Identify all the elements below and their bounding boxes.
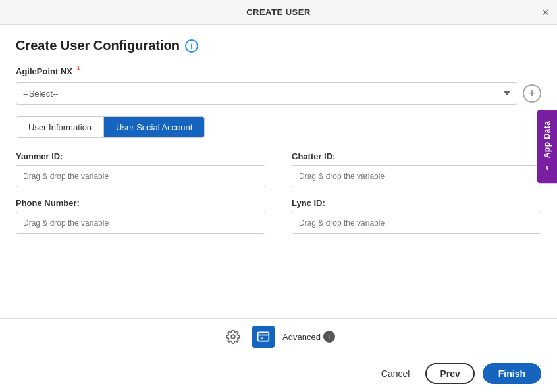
cancel-button[interactable]: Cancel (373, 364, 418, 383)
chatter-id-group: Chatter ID: (292, 151, 541, 187)
card-icon[interactable] (252, 326, 275, 348)
yammer-id-group: Yammer ID: (16, 151, 265, 187)
tab-group: User Information User Social Account (16, 116, 205, 138)
svg-point-0 (231, 335, 235, 339)
prev-button[interactable]: Prev (425, 363, 474, 384)
phone-number-input[interactable] (16, 212, 265, 234)
tab-user-social-account[interactable]: User Social Account (104, 117, 204, 137)
app-data-tab[interactable]: ‹ App Data (537, 110, 557, 184)
agilepoint-label-row: AgilePoint NX * (16, 65, 541, 77)
yammer-id-label: Yammer ID: (16, 151, 265, 161)
lync-id-label: Lync ID: (292, 198, 541, 208)
finish-button[interactable]: Finish (483, 363, 541, 384)
agilepoint-required: * (76, 65, 80, 77)
settings-icon[interactable] (222, 326, 244, 348)
lync-id-input[interactable] (292, 212, 541, 234)
phone-number-label: Phone Number: (16, 198, 265, 208)
footer-actions: Cancel Prev Finish (0, 355, 557, 392)
chevron-left-icon: ‹ (545, 162, 548, 172)
chatter-id-input[interactable] (292, 165, 541, 187)
modal-header: CREATE USER × (0, 0, 557, 25)
toolbar-footer: Advanced + (0, 318, 557, 355)
page-title-row: Create User Configuration i (16, 38, 541, 53)
close-button[interactable]: × (542, 7, 549, 18)
yammer-id-input[interactable] (16, 165, 265, 187)
chatter-id-label: Chatter ID: (292, 151, 541, 161)
modal-title: CREATE USER (246, 7, 311, 17)
phone-number-group: Phone Number: (16, 198, 265, 234)
lync-id-group: Lync ID: (292, 198, 541, 234)
app-data-sidebar[interactable]: ‹ App Data (537, 110, 557, 184)
advanced-plus-icon: + (323, 331, 335, 343)
agilepoint-select[interactable]: --Select-- (16, 82, 517, 105)
tab-user-information[interactable]: User Information (16, 117, 104, 137)
info-icon[interactable]: i (185, 39, 198, 53)
page-title: Create User Configuration (16, 38, 180, 53)
agilepoint-add-button[interactable]: + (523, 84, 541, 103)
app-data-label: App Data (543, 121, 552, 159)
modal-body: Create User Configuration i AgilePoint N… (0, 25, 557, 318)
svg-rect-1 (258, 332, 269, 341)
agilepoint-select-wrapper: --Select-- + (16, 82, 541, 105)
advanced-label: Advanced (282, 332, 321, 342)
advanced-button[interactable]: Advanced + (282, 331, 335, 343)
modal: CREATE USER × Create User Configuration … (0, 0, 557, 392)
form-grid: Yammer ID: Chatter ID: Phone Number: Lyn… (16, 151, 541, 234)
agilepoint-label: AgilePoint NX (16, 66, 72, 76)
